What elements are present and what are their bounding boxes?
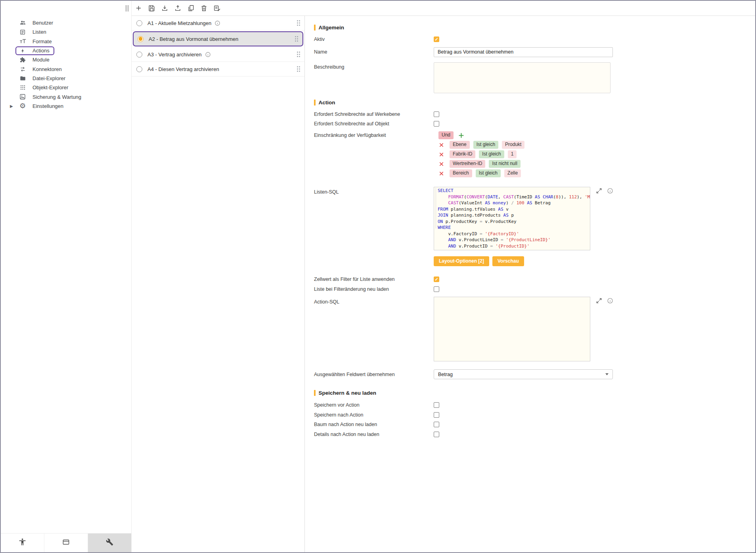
remove-condition-icon[interactable]	[438, 152, 444, 157]
radio-unselected[interactable]	[136, 20, 142, 26]
baum-neu-laden-label: Baum nach Action neu laden	[314, 422, 434, 427]
speichern-vor-checkbox[interactable]	[434, 402, 439, 408]
drag-handle-icon[interactable]	[297, 66, 300, 72]
action-row-label: A4 - Diesen Vertrag archivieren	[147, 66, 219, 72]
gear-icon: ⚙	[19, 102, 27, 109]
bolt-icon	[19, 48, 27, 54]
copy-button[interactable]	[184, 2, 197, 15]
section-accent-bar	[314, 100, 316, 106]
sidebar-item-listen[interactable]: Listen	[1, 27, 131, 36]
details-neu-laden-label: Details nach Action neu laden	[314, 432, 434, 437]
delete-button[interactable]	[197, 2, 211, 15]
field-row-speichern-vor: Speichern vor Action	[314, 400, 755, 410]
schreibrechte-werkebene-checkbox[interactable]	[434, 111, 439, 117]
action-row-a1[interactable]: A1 - Aktuelle Mietzahlungen	[132, 16, 304, 31]
info-icon[interactable]	[205, 52, 211, 58]
sidebar-item-actions[interactable]: Actions	[1, 46, 131, 55]
action-row-a3[interactable]: A3 - Vertrag archivieren	[132, 47, 304, 62]
expand-icon[interactable]	[596, 188, 602, 194]
radio-unselected[interactable]	[136, 66, 142, 72]
beschreibung-textarea[interactable]	[434, 62, 611, 93]
name-input[interactable]	[434, 47, 613, 57]
filter-field-chip[interactable]: Fabrik-ID	[450, 150, 475, 158]
listen-sql-editor[interactable]: SELECT FORMAT(CONVERT(DATE, CAST(TimeID …	[434, 187, 590, 250]
speichern-nach-checkbox[interactable]	[434, 412, 439, 418]
person-icon	[18, 538, 27, 548]
drag-handle-icon[interactable]	[295, 36, 299, 42]
schreibrechte-objekt-checkbox[interactable]	[434, 121, 439, 127]
download-button[interactable]	[158, 2, 171, 15]
add-icon	[135, 4, 142, 12]
filter-field-chip[interactable]: Bereich	[450, 169, 472, 177]
section-accent-bar	[314, 390, 316, 396]
info-icon[interactable]	[607, 298, 613, 304]
sidebar-item-datei-explorer[interactable]: Datei-Explorer	[1, 74, 131, 83]
sidebar-item-formate[interactable]: Formate	[1, 37, 131, 46]
sidebar-item-benutzer[interactable]: Benutzer	[1, 18, 131, 27]
radio-selected[interactable]	[138, 36, 144, 42]
expand-icon[interactable]	[596, 298, 602, 304]
zellwert-checkbox[interactable]	[434, 276, 439, 282]
liste-neu-laden-checkbox[interactable]	[434, 286, 439, 292]
panel-resize-handle[interactable]	[126, 5, 128, 12]
add-button[interactable]	[132, 2, 145, 15]
action-row-a4[interactable]: A4 - Diesen Vertrag archivieren	[132, 62, 304, 77]
listen-sql-label: Listen-SQL	[314, 187, 434, 195]
filter-operator-chip[interactable]: Ist gleich	[479, 150, 504, 158]
sidebar-item-einstellungen[interactable]: ▶ ⚙ Einstellungen	[1, 102, 131, 111]
details-neu-laden-checkbox[interactable]	[434, 432, 439, 437]
toolbar	[132, 1, 755, 16]
filter-condition-row: Fabrik-ID Ist gleich 1	[438, 150, 524, 159]
filter-conjunction-row: Und	[438, 131, 524, 140]
section-title: Action	[319, 100, 335, 106]
info-icon[interactable]	[214, 20, 220, 26]
sidebar-item-objekt-explorer[interactable]: Objekt-Explorer	[1, 83, 131, 92]
save-button[interactable]	[145, 2, 158, 15]
field-row-feldwert: Ausgewählten Feldwert übernehmen Betrag	[314, 369, 755, 379]
filter-operator-chip[interactable]: Ist gleich	[473, 141, 498, 148]
action-row-label: A1 - Aktuelle Mietzahlungen	[147, 20, 211, 26]
sidebar-item-konnektoren[interactable]: Konnektoren	[1, 64, 131, 73]
filter-operator-chip[interactable]: Ist nicht null	[489, 160, 520, 167]
drag-handle-icon[interactable]	[297, 51, 300, 58]
action-sql-editor[interactable]	[434, 297, 590, 361]
edit-form-button[interactable]	[211, 2, 224, 15]
sidebar-item-label: Einstellungen	[33, 103, 63, 109]
filter-value-chip[interactable]: Zelle	[504, 169, 521, 177]
chevron-right-icon[interactable]: ▶	[10, 104, 13, 108]
add-condition-icon[interactable]	[458, 132, 464, 138]
sidebar-item-sicherung[interactable]: Sicherung & Wartung	[1, 92, 131, 101]
tab-tools[interactable]	[88, 534, 131, 552]
liste-neu-laden-label: Liste bei Filteränderung neu laden	[314, 286, 434, 292]
field-row-zellwert: Zellwert als Filter für Liste anwenden	[314, 275, 755, 284]
tab-panel[interactable]	[44, 534, 88, 552]
image-icon	[19, 94, 27, 100]
feldwert-select[interactable]: Betrag	[434, 369, 613, 379]
section-title: Speichern & neu laden	[319, 390, 377, 396]
filter-conjunction-chip[interactable]: Und	[438, 131, 454, 139]
remove-condition-icon[interactable]	[438, 171, 444, 176]
dots-grid-icon	[19, 84, 27, 90]
filter-operator-chip[interactable]: Ist gleich	[476, 169, 501, 177]
filter-field-chip[interactable]: Ebene	[450, 141, 470, 148]
tab-person[interactable]	[1, 534, 44, 552]
filter-value-chip[interactable]: 1	[508, 150, 517, 158]
radio-unselected[interactable]	[136, 52, 142, 58]
aktiv-checkbox[interactable]	[434, 36, 439, 42]
sidebar-item-label: Objekt-Explorer	[33, 84, 68, 90]
filter-field-chip[interactable]: Wertreihen-ID	[450, 160, 485, 167]
vorschau-button[interactable]: Vorschau	[492, 256, 524, 266]
layout-optionen-button[interactable]: Layout-Optionen [2]	[434, 256, 489, 266]
info-icon[interactable]	[607, 188, 613, 194]
sidebar-item-label: Formate	[33, 38, 52, 44]
sidebar-selection-outline: Actions	[15, 46, 54, 55]
remove-condition-icon[interactable]	[438, 142, 444, 148]
upload-button[interactable]	[171, 2, 184, 15]
drag-handle-icon[interactable]	[297, 20, 300, 26]
sidebar-item-module[interactable]: Module	[1, 55, 131, 64]
remove-condition-icon[interactable]	[438, 161, 444, 167]
filter-value-chip[interactable]: Produkt	[502, 141, 524, 148]
action-list-panel: A1 - Aktuelle Mietzahlungen A2 - Betrag …	[132, 16, 305, 552]
action-row-a2-selected[interactable]: A2 - Betrag aus Vormonat übernehmen	[133, 31, 303, 46]
baum-neu-laden-checkbox[interactable]	[434, 422, 439, 427]
